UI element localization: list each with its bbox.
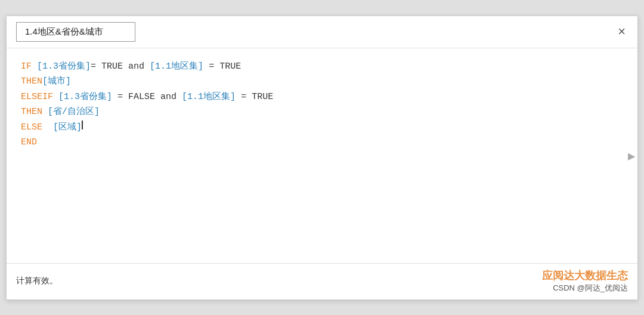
watermark-line2: CSDN @阿达_优阅达 — [553, 283, 628, 294]
field-ref-6: [省/自治区] — [48, 104, 100, 120]
keyword-if: IF — [21, 59, 32, 75]
code-editor[interactable]: IF [1.3省份集] = TRUE and [1.1地区集] = TRUE T… — [21, 59, 623, 150]
code-line-4: THEN [省/自治区] — [21, 104, 623, 120]
field-ref-7: [区域] — [53, 120, 82, 135]
status-text: 计算有效。 — [16, 276, 58, 286]
field-ref-4: [1.3省份集] — [58, 89, 112, 105]
field-ref-5: [1.1地区集] — [182, 89, 236, 105]
keyword-then-2: THEN — [21, 104, 42, 120]
code-line-5: ELSE [区域] — [21, 120, 623, 135]
dialog-body: IF [1.3省份集] = TRUE and [1.1地区集] = TRUE T… — [7, 48, 637, 263]
dialog-title: 1.4地区&省份&城市 — [16, 22, 135, 42]
keyword-and-1: and — [128, 59, 144, 75]
text-cursor — [82, 121, 83, 129]
dialog-footer: 计算有效。 应阅达大数据生态 CSDN @阿达_优阅达 — [7, 263, 637, 299]
keyword-then-1: THEN — [21, 74, 42, 89]
keyword-end: END — [21, 135, 37, 150]
keyword-else: ELSE — [21, 120, 42, 135]
scroll-right-icon[interactable]: ▶ — [628, 150, 635, 161]
code-line-1: IF [1.3省份集] = TRUE and [1.1地区集] = TRUE — [21, 59, 623, 75]
close-button[interactable]: × — [615, 25, 628, 38]
code-line-6: END — [21, 135, 623, 150]
field-ref-1: [1.3省份集] — [37, 59, 91, 75]
code-line-3: ELSEIF [1.3省份集] = FALSE and [1.1地区集] = T… — [21, 89, 623, 105]
field-ref-3: [城市] — [42, 74, 71, 89]
watermark-line1: 应阅达大数据生态 — [542, 268, 628, 283]
code-line-2: THEN [城市] — [21, 74, 623, 89]
dialog-header: 1.4地区&省份&城市 × — [7, 16, 637, 48]
keyword-and-2: and — [160, 89, 177, 105]
field-ref-2: [1.1地区集] — [150, 59, 203, 75]
dialog: 1.4地区&省份&城市 × IF [1.3省份集] = TRUE and [1.… — [6, 16, 638, 300]
keyword-elseif: ELSEIF — [21, 89, 53, 105]
watermark: 应阅达大数据生态 CSDN @阿达_优阅达 — [542, 268, 628, 294]
